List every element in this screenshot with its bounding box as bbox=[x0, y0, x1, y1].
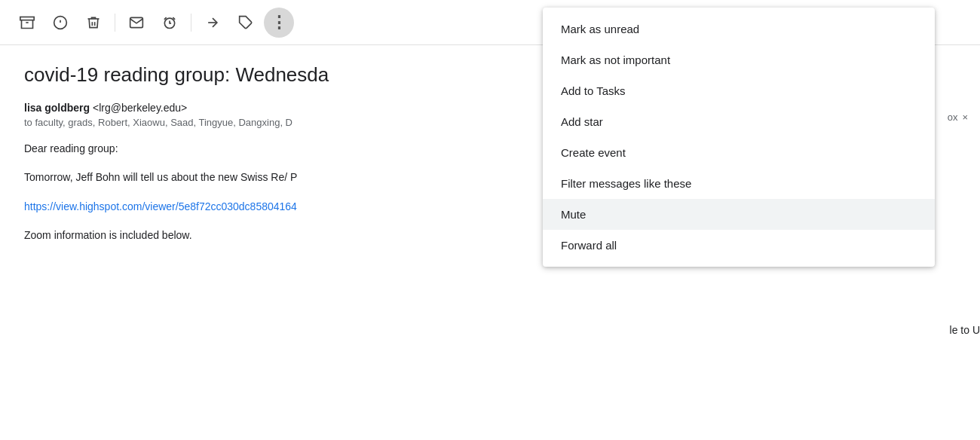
menu-item-add-star[interactable]: Add star bbox=[543, 106, 935, 137]
menu-item-filter-messages[interactable]: Filter messages like these bbox=[543, 168, 935, 199]
dropdown-menu: Mark as unread Mark as not important Add… bbox=[543, 8, 935, 267]
divider-1 bbox=[115, 14, 115, 32]
sender-name: lisa goldberg bbox=[24, 102, 90, 114]
archive-icon[interactable] bbox=[12, 8, 42, 38]
menu-item-mute[interactable]: Mute bbox=[543, 199, 935, 230]
delete-icon[interactable] bbox=[78, 8, 109, 38]
label-icon[interactable] bbox=[231, 8, 261, 38]
inbox-badge-text: ox bbox=[948, 112, 958, 123]
menu-item-create-event[interactable]: Create event bbox=[543, 137, 935, 168]
close-badge-button[interactable]: × bbox=[962, 112, 968, 123]
mark-unread-icon[interactable] bbox=[121, 8, 152, 38]
more-dots-icon: ⋮ bbox=[271, 13, 288, 32]
inbox-badge: ox × bbox=[948, 112, 968, 123]
sender-email: <lrg@berkeley.edu> bbox=[93, 102, 187, 114]
menu-item-mark-not-important[interactable]: Mark as not important bbox=[543, 44, 935, 75]
divider-2 bbox=[191, 14, 191, 32]
move-to-icon[interactable] bbox=[198, 8, 228, 38]
email-link[interactable]: https://view.highspot.com/viewer/5e8f72c… bbox=[24, 200, 297, 212]
menu-item-forward-all[interactable]: Forward all bbox=[543, 230, 935, 261]
more-options-button[interactable]: ⋮ bbox=[264, 8, 294, 38]
svg-rect-0 bbox=[20, 17, 34, 20]
report-spam-icon[interactable] bbox=[45, 8, 75, 38]
menu-item-mark-unread[interactable]: Mark as unread bbox=[543, 14, 935, 44]
menu-item-add-to-tasks[interactable]: Add to Tasks bbox=[543, 75, 935, 106]
snooze-icon[interactable] bbox=[155, 8, 185, 38]
partial-right-text: le to U bbox=[950, 324, 980, 336]
